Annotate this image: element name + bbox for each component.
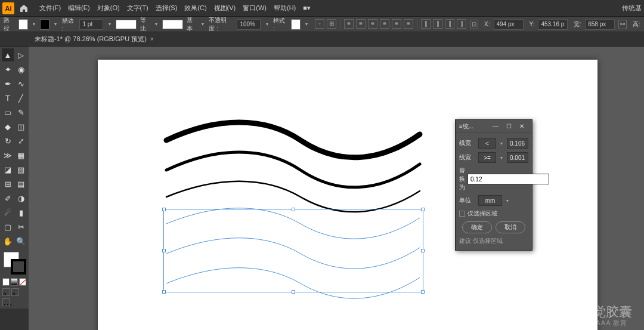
operator-select[interactable]: <: [478, 138, 496, 149]
brush-preset[interactable]: [162, 20, 183, 29]
menu-object[interactable]: 对象(O): [94, 4, 123, 13]
dropdown-icon[interactable]: ▾: [499, 138, 504, 149]
menu-edit[interactable]: 编辑(E): [64, 4, 94, 13]
app-logo[interactable]: Ai: [2, 2, 14, 14]
free-transform-tool[interactable]: ▦: [15, 149, 27, 162]
dialog-titlebar[interactable]: ≡ 统... — ☐ ✕: [456, 120, 532, 133]
align-icon[interactable]: ≡: [404, 19, 413, 29]
color-swatches[interactable]: [2, 251, 29, 275]
fill-swatch[interactable]: [18, 19, 28, 30]
dropdown-icon[interactable]: ▾: [504, 195, 510, 206]
profile-preset[interactable]: [116, 20, 137, 29]
menu-extra[interactable]: ■▾: [299, 4, 314, 12]
selection-only-checkbox[interactable]: [459, 211, 465, 217]
distribute-icon[interactable]: ‖: [445, 19, 454, 29]
menu-view[interactable]: 视图(V): [210, 4, 240, 13]
canvas-area[interactable]: [29, 47, 644, 330]
artboard-tool[interactable]: ▢: [2, 220, 14, 233]
eraser-tool[interactable]: ◫: [15, 120, 27, 133]
distribute-icon[interactable]: ‖: [457, 19, 466, 29]
opacity-dropdown-icon[interactable]: ▾: [264, 19, 270, 30]
home-icon[interactable]: [18, 2, 30, 14]
menu-text[interactable]: 文字(T): [123, 4, 152, 13]
stroke-width-input[interactable]: [79, 19, 103, 30]
eyedropper-tool[interactable]: ✐: [2, 192, 14, 205]
align-icon[interactable]: ≡: [380, 19, 389, 29]
align-icon[interactable]: ≡: [368, 19, 377, 29]
menu-effect[interactable]: 效果(C): [181, 4, 210, 13]
stroke-dropdown-icon[interactable]: ▾: [53, 19, 58, 30]
graph-tool[interactable]: ▮: [15, 206, 27, 219]
hand-tool[interactable]: ✋: [2, 235, 14, 248]
stroke-color[interactable]: [11, 259, 26, 275]
zoom-tool[interactable]: 🔍: [15, 235, 27, 248]
menu-select[interactable]: 选择(S): [152, 4, 181, 13]
dropdown-icon[interactable]: ▾: [499, 152, 504, 163]
perspective-tool[interactable]: ▧: [15, 163, 27, 176]
fill-dropdown-icon[interactable]: ▾: [32, 19, 37, 30]
blend-tool[interactable]: ◑: [15, 192, 27, 205]
line-tool[interactable]: ╱: [15, 91, 27, 104]
gradient-mode-icon[interactable]: [11, 278, 18, 286]
screen-mode-icon[interactable]: ▫: [2, 288, 10, 296]
style-swatch[interactable]: [291, 19, 301, 30]
align-icon[interactable]: ⊞: [327, 19, 336, 29]
lasso-tool[interactable]: ◉: [15, 63, 27, 76]
menubar-right[interactable]: 传统基: [622, 4, 642, 13]
color-mode-icon[interactable]: [2, 278, 10, 286]
y-input[interactable]: [538, 19, 568, 30]
scale-tool[interactable]: ⤢: [15, 134, 27, 147]
ok-button[interactable]: 确定: [462, 221, 492, 233]
cancel-button[interactable]: 取消: [496, 221, 525, 233]
menu-file[interactable]: 文件(F): [36, 4, 64, 13]
slice-tool[interactable]: ✂: [15, 220, 27, 233]
selection-tool[interactable]: ▲: [2, 48, 14, 61]
align-icon[interactable]: ≡: [344, 19, 354, 29]
pen-tool[interactable]: ✒: [2, 77, 14, 90]
curvature-tool[interactable]: ∿: [15, 77, 27, 90]
none-mode-icon[interactable]: [19, 278, 26, 286]
brush-tool[interactable]: ✎: [15, 106, 27, 119]
profile-dropdown-icon[interactable]: ▾: [154, 19, 159, 30]
mesh-tool[interactable]: ⊞: [2, 177, 14, 190]
minimize-icon[interactable]: —: [489, 121, 502, 132]
edit-toolbar-icon[interactable]: ⋯: [2, 298, 10, 306]
shaper-tool[interactable]: ◆: [2, 120, 14, 133]
stroke-swatch[interactable]: [40, 19, 49, 30]
direct-selection-tool[interactable]: ▷: [15, 48, 27, 61]
align-icon[interactable]: ◦: [315, 19, 324, 29]
magic-wand-tool[interactable]: ✦: [2, 63, 14, 76]
unit-select[interactable]: mm: [478, 195, 502, 206]
align-icon[interactable]: ≡: [392, 19, 401, 29]
type-tool[interactable]: T: [2, 91, 14, 104]
close-icon[interactable]: ×: [150, 36, 154, 42]
distribute-icon[interactable]: ‖: [433, 19, 442, 29]
opacity-input[interactable]: [237, 19, 261, 30]
linewidth-value[interactable]: 0.106: [507, 138, 528, 149]
screen-mode-icon[interactable]: ▫: [11, 288, 19, 296]
linewidth-value[interactable]: 0.001: [507, 152, 528, 163]
rotate-tool[interactable]: ↻: [2, 134, 14, 147]
brush-dropdown-icon[interactable]: ▾: [200, 19, 206, 30]
align-icon[interactable]: ≡: [356, 19, 366, 29]
shape-builder-tool[interactable]: ◪: [2, 163, 14, 176]
replace-input[interactable]: [467, 174, 549, 184]
maximize-icon[interactable]: ☐: [502, 121, 515, 132]
width-tool[interactable]: ≫: [2, 149, 14, 162]
document-tab[interactable]: 未标题-1* @ 78.26% (RGB/GPU 预览) ×: [30, 35, 159, 44]
gradient-tool[interactable]: ▤: [15, 177, 27, 190]
menu-help[interactable]: 帮助(H): [270, 4, 299, 13]
symbol-tool[interactable]: ☄: [2, 206, 14, 219]
operator-select[interactable]: >=: [478, 152, 496, 163]
transform-icon[interactable]: ⊡: [470, 20, 478, 29]
link-icon[interactable]: ⚯: [618, 20, 627, 29]
w-input[interactable]: [585, 19, 615, 30]
x-input[interactable]: [494, 19, 524, 30]
distribute-icon[interactable]: ‖: [421, 19, 431, 29]
profile-label: 等比: [140, 16, 150, 33]
menu-window[interactable]: 窗口(W): [239, 4, 270, 13]
close-icon[interactable]: ✕: [515, 121, 528, 132]
rectangle-tool[interactable]: ▭: [2, 106, 14, 119]
stroke-stepper-icon[interactable]: ▾: [107, 19, 112, 30]
style-dropdown-icon[interactable]: ▾: [304, 19, 309, 30]
